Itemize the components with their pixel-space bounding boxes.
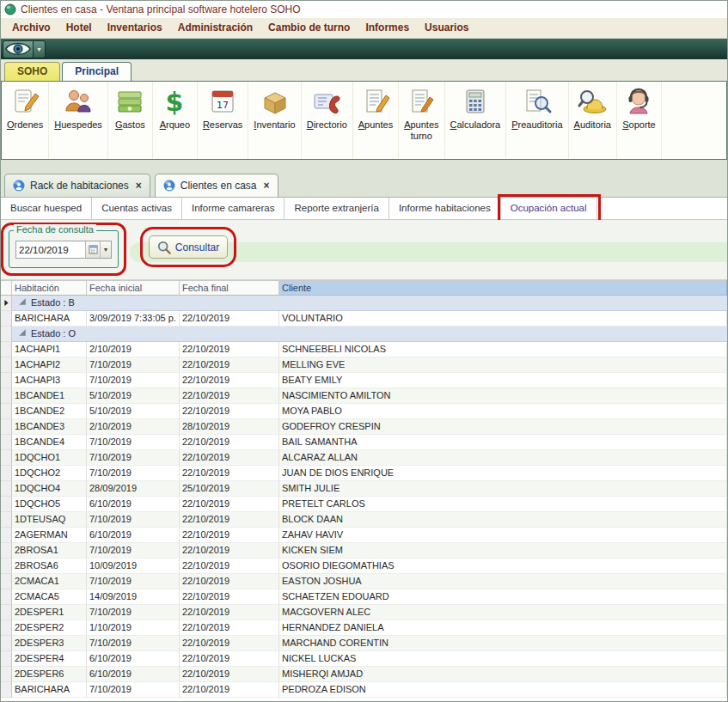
menu-item-hotel[interactable]: Hotel bbox=[58, 18, 100, 38]
table-row[interactable]: 1BCANDE15/10/201922/10/2019NASCIMIENTO A… bbox=[1, 388, 727, 404]
menu-item-cambio-de-turno[interactable]: Cambio de turno bbox=[260, 18, 358, 38]
table-row[interactable]: 1BCANDE32/10/201928/10/2019GODEFROY CRES… bbox=[1, 419, 727, 435]
ribbon-label-directorio: Directorio bbox=[307, 119, 347, 131]
shift-notes-icon bbox=[405, 86, 437, 117]
table-row[interactable]: 2DESPER21/10/201922/10/2019HERNANDEZ DAN… bbox=[1, 620, 727, 636]
menu-item-informes[interactable]: Informes bbox=[358, 18, 417, 38]
cell-fecha-inicial: 7/10/2019 bbox=[87, 543, 180, 559]
row-indicator bbox=[1, 373, 12, 388]
cell-fecha-final: 22/10/2019 bbox=[180, 543, 279, 559]
ribbon-button-apuntes-turno[interactable]: Apuntesturno bbox=[399, 82, 444, 159]
cell-habitacion: 1BCANDE2 bbox=[12, 404, 87, 419]
column-header-fecha-final[interactable]: Fecha final bbox=[180, 280, 279, 296]
cell-fecha-inicial: 6/10/2019 bbox=[87, 667, 180, 682]
date-dropdown-arrow[interactable]: ▼ bbox=[100, 241, 111, 258]
cell-cliente: SCHAETZEN EDOUARD bbox=[279, 589, 727, 605]
ribbon-button-arqueo[interactable]: $Arqueo bbox=[153, 82, 198, 159]
ribbon-button-inventario[interactable]: Inventario bbox=[248, 82, 301, 159]
ribbon-button-reservas[interactable]: 17Reservas bbox=[198, 82, 248, 159]
table-row[interactable]: 2CMACA514/09/201922/10/2019SCHAETZEN EDO… bbox=[1, 589, 727, 605]
row-indicator bbox=[1, 450, 12, 466]
menu-item-inventarios[interactable]: Inventarios bbox=[100, 18, 170, 38]
cell-fecha-final: 22/10/2019 bbox=[180, 528, 279, 543]
tab-soho[interactable]: SOHO bbox=[4, 62, 60, 81]
view-eye-button[interactable] bbox=[3, 40, 34, 58]
cell-fecha-inicial: 3/09/2019 7:33:05 p. m. bbox=[87, 311, 180, 327]
ribbon-button-huespedes[interactable]: Huespedes bbox=[49, 82, 108, 159]
ribbon-label-calculadora: Calculadora bbox=[450, 119, 501, 131]
table-row[interactable]: 2BROSA17/10/201922/10/2019KICKEN SIEM bbox=[1, 543, 727, 559]
report-tab-ocupacion-actual[interactable]: Ocupación actual bbox=[501, 198, 597, 219]
table-row[interactable]: 1BCANDE47/10/201922/10/2019BAIL SAMANTHA bbox=[1, 435, 727, 450]
cell-habitacion: 1BCANDE3 bbox=[12, 419, 87, 435]
menu-item-usuarios[interactable]: Usuarios bbox=[417, 18, 476, 38]
doc-tab-clientes-en-casa[interactable]: Clientes en casa× bbox=[155, 174, 278, 197]
cell-habitacion: 2CMACA1 bbox=[12, 574, 87, 589]
ribbon-button-ordenes[interactable]: Ordenes bbox=[2, 82, 49, 159]
table-row[interactable]: 1BCANDE25/10/201922/10/2019MOYA PABLO bbox=[1, 404, 727, 419]
menu-item-archivo[interactable]: Archivo bbox=[4, 18, 58, 38]
focused-row-indicator bbox=[1, 296, 12, 311]
table-row[interactable]: 1ACHAPI27/10/201922/10/2019MELLING EVE bbox=[1, 357, 727, 373]
cell-fecha-inicial: 1/10/2019 bbox=[87, 620, 180, 636]
consultar-button[interactable]: Consultar bbox=[149, 235, 228, 259]
table-row[interactable]: 1DTEUSAQ7/10/201922/10/2019BLOCK DAAN bbox=[1, 512, 727, 528]
ribbon-button-auditoria[interactable]: Auditoria bbox=[569, 82, 617, 159]
cell-fecha-inicial: 5/10/2019 bbox=[87, 388, 180, 404]
group-row-estado-b[interactable]: Estado : B bbox=[1, 296, 727, 311]
preaudit-icon bbox=[521, 86, 554, 117]
menu-item-administracion[interactable]: Administración bbox=[170, 18, 260, 38]
table-row[interactable]: 2DESPER37/10/201922/10/2019MARCHAND CORE… bbox=[1, 636, 727, 651]
tab-principal[interactable]: Principal bbox=[62, 62, 132, 81]
table-row[interactable]: 1DQCHO27/10/201922/10/2019JUAN DE DIOS E… bbox=[1, 466, 727, 481]
table-row[interactable]: 2DESPER46/10/201922/10/2019NICKEL LUCKAS bbox=[1, 651, 727, 667]
doc-tab-rack-de-habitaciones[interactable]: Rack de habitaciones× bbox=[4, 174, 150, 197]
table-row[interactable]: 1DQCHO56/10/201922/10/2019PRETELT CARLOS bbox=[1, 497, 727, 512]
group-cell: Estado : O bbox=[12, 327, 727, 342]
table-row[interactable]: BARICHARA7/10/201922/10/2019PEDROZA EDIS… bbox=[1, 682, 727, 698]
table-row[interactable]: 1DQCHO17/10/201922/10/2019ALCARAZ ALLAN bbox=[1, 450, 727, 466]
magnifier-icon bbox=[157, 241, 171, 254]
table-row[interactable]: BARICHARA3/09/2019 7:33:05 p. m.22/10/20… bbox=[1, 311, 727, 327]
table-row[interactable]: 2DESPER17/10/201922/10/2019MACGOVERN ALE… bbox=[1, 605, 727, 620]
table-row[interactable]: 1DQCHO428/09/201925/10/2019SMITH JULIE bbox=[1, 481, 727, 497]
ribbon-button-calculadora[interactable]: Calculadora bbox=[445, 82, 507, 159]
table-row[interactable]: 2AGERMAN6/10/201922/10/2019ZAHAV HAVIV bbox=[1, 528, 727, 543]
ribbon-button-preauditoria[interactable]: Preauditoria bbox=[506, 82, 568, 159]
group-expand-icon[interactable] bbox=[18, 296, 27, 310]
table-row[interactable]: 2BROSA610/09/201922/10/2019OSORIO DIEGOM… bbox=[1, 559, 727, 574]
cell-fecha-inicial: 2/10/2019 bbox=[87, 342, 180, 357]
eye-icon bbox=[3, 40, 33, 58]
table-row[interactable]: 2CMACA17/10/201922/10/2019EASTON JOSHUA bbox=[1, 574, 727, 589]
report-tab-informe-camareras[interactable]: Informe camareras bbox=[182, 198, 285, 219]
cell-fecha-final: 28/10/2019 bbox=[180, 419, 279, 435]
column-header-habitacion[interactable]: Habitación bbox=[12, 280, 87, 296]
cell-cliente: MACGOVERN ALEC bbox=[279, 605, 727, 620]
date-editor: ▼ bbox=[15, 241, 112, 259]
group-expand-icon[interactable] bbox=[18, 327, 27, 341]
report-tab-informe-habitaciones[interactable]: Informe habitaciones bbox=[389, 198, 501, 219]
column-header-fecha-inicial[interactable]: Fecha inicial bbox=[87, 280, 180, 296]
row-indicator bbox=[1, 466, 12, 481]
report-tab-reporte-extranjeria[interactable]: Reporte extranjería bbox=[284, 198, 388, 219]
close-icon[interactable]: × bbox=[136, 180, 142, 192]
row-indicator bbox=[1, 512, 12, 528]
calendar-picker-button[interactable] bbox=[85, 241, 100, 258]
view-dropdown-button[interactable]: ▼ bbox=[34, 40, 46, 58]
ribbon-button-gastos[interactable]: Gastos bbox=[108, 82, 153, 159]
cell-habitacion: 2BROSA1 bbox=[12, 543, 87, 559]
cell-fecha-final: 22/10/2019 bbox=[180, 357, 279, 373]
ribbon-button-apuntes[interactable]: Apuntes bbox=[353, 82, 399, 159]
report-tab-cuentas-activas[interactable]: Cuentas activas bbox=[92, 198, 182, 219]
report-tab-buscar-huesped[interactable]: Buscar huesped bbox=[1, 198, 92, 219]
table-row[interactable]: 1ACHAPI12/10/201922/10/2019SCHNEEBELI NI… bbox=[1, 342, 727, 357]
table-row[interactable]: 1ACHAPI37/10/201922/10/2019BEATY EMILY bbox=[1, 373, 727, 388]
group-row-estado-o[interactable]: Estado : O bbox=[1, 327, 727, 342]
ribbon-button-directorio[interactable]: Directorio bbox=[302, 82, 353, 159]
table-row[interactable]: 2DESPER66/10/201922/10/2019MISHERQI AMJA… bbox=[1, 667, 727, 682]
close-icon[interactable]: × bbox=[263, 180, 269, 192]
column-header-cliente[interactable]: Cliente bbox=[279, 280, 727, 296]
ribbon-label-auditoria: Auditoria bbox=[574, 119, 611, 131]
ribbon-button-soporte[interactable]: Soporte bbox=[617, 82, 662, 159]
date-input[interactable] bbox=[16, 241, 85, 258]
